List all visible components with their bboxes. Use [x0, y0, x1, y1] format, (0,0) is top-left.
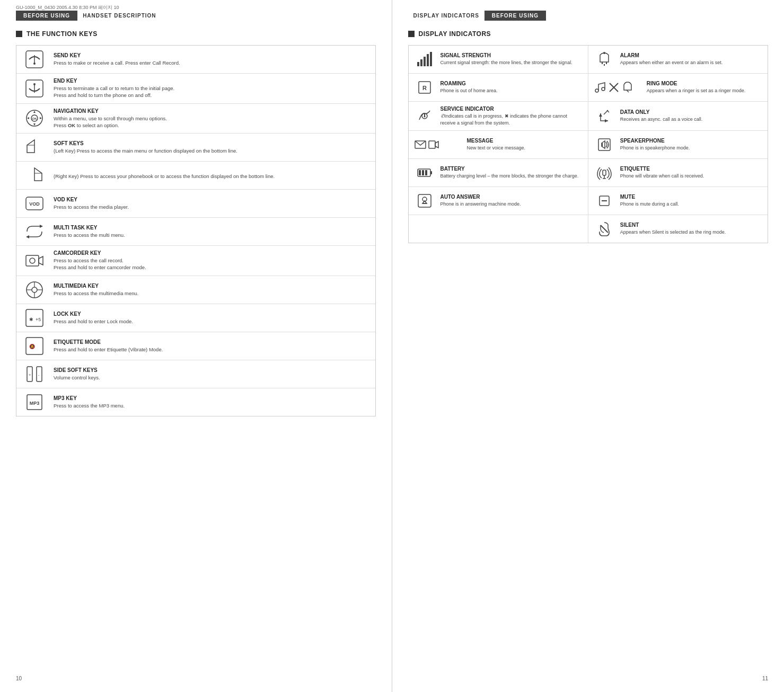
soft-key-left-desc: (Left Key) Press to access the main menu…	[54, 147, 370, 154]
svg-marker-10	[40, 117, 42, 119]
end-key-icon	[22, 79, 47, 98]
indicator-row-1: SIGNAL STRENGTH Current signal strength:…	[409, 46, 768, 74]
multimedia-key-info: MULTIMEDIA KEY Press to access the multi…	[54, 283, 370, 297]
svg-rect-41	[430, 52, 432, 66]
before-using-tag-right: BEFORE USING	[485, 11, 546, 21]
message-desc: New text or voice message.	[467, 145, 583, 152]
svg-rect-67	[430, 171, 432, 174]
mute-name: MUTE	[620, 194, 762, 200]
svg-point-55	[424, 116, 425, 118]
soft-key-left-name: SOFT KEYS	[54, 140, 370, 146]
page-number-right: 11	[762, 676, 768, 681]
roaming-desc: Phone is out of home area.	[441, 87, 583, 94]
svg-text:MP3: MP3	[30, 401, 40, 406]
alarm-info: ALARM Appears when either an event or an…	[620, 52, 762, 66]
send-key-icon	[22, 50, 47, 69]
indicator-row-7: SILENT Appears when Silent is selected a…	[409, 215, 768, 243]
speakerphone-desc: Phone is in speakerphone mode.	[620, 145, 762, 152]
silent-icon	[594, 221, 615, 237]
lock-key-item: ✱ +5 LOCK KEY Press and hold to enter Lo…	[16, 304, 375, 332]
message-info: MESSAGE New text or voice message.	[467, 138, 583, 152]
svg-text:VOD: VOD	[29, 201, 40, 207]
ring-mode-desc: Appears when a ringer is set as a ringer…	[647, 87, 762, 94]
nav-key-info: NAVIGATION KEY Within a menu, use to scr…	[54, 108, 370, 129]
soft-key-left-item: SOFT KEYS (Left Key) Press to access the…	[16, 134, 375, 162]
soft-key-left-icon	[22, 138, 47, 157]
vod-key-icon: VOD	[22, 194, 47, 213]
indicator-row-5: BATTERY Battery charging level – the mor…	[409, 159, 768, 187]
right-header: DISPLAY INDICATORS BEFORE USING	[408, 11, 769, 21]
send-key-desc: Press to make or receive a call. Press e…	[54, 59, 370, 66]
svg-marker-57	[605, 119, 608, 122]
lock-key-name: LOCK KEY	[54, 311, 370, 317]
multimedia-key-desc: Press to access the multimedia menu.	[54, 290, 370, 297]
etiquette-key-icon: 🔕	[22, 336, 47, 356]
camcorder-key-item: CAMCORDER KEY Press to access the call r…	[16, 246, 375, 276]
nav-key-desc: Within a menu, use to scroll through men…	[54, 115, 370, 129]
svg-marker-7	[33, 111, 36, 113]
mute-icon	[594, 193, 615, 209]
page-number-left: 10	[16, 676, 22, 681]
svg-rect-40	[427, 54, 429, 66]
auto-answer-info: AUTO ANSWER Phone is in answering machin…	[441, 194, 583, 208]
svg-marker-19	[39, 256, 43, 265]
etiquette-ind-desc: Phone will vibrate when call is received…	[620, 173, 762, 180]
camcorder-key-desc: Press to access the call record.Press an…	[54, 257, 370, 271]
before-using-tag-left: BEFORE USING	[16, 11, 77, 21]
multitask-key-icon	[22, 222, 47, 241]
svg-marker-62	[435, 141, 438, 148]
mp3-key-item: MP3 MP3 KEY Press to access the MP3 menu…	[16, 388, 375, 416]
speakerphone-icon	[594, 137, 615, 153]
mp3-key-icon: MP3	[22, 393, 47, 412]
svg-rect-17	[26, 255, 39, 266]
etiquette-mode-name: ETIQUETTE MODE	[54, 339, 370, 345]
svg-rect-39	[424, 57, 426, 66]
signal-strength-icon	[414, 51, 435, 67]
multitask-key-name: MULTI TASK KEY	[54, 225, 370, 230]
etiquette-ind-name: ETIQUETTE	[620, 166, 762, 172]
silent-info: SILENT Appears when Silent is selected a…	[620, 222, 762, 236]
soft-key-right-icon	[22, 166, 47, 185]
side-soft-key-icon: + -	[22, 365, 47, 384]
battery-cell: BATTERY Battery charging level – the mor…	[409, 159, 588, 187]
multimedia-key-name: MULTIMEDIA KEY	[54, 283, 370, 289]
send-key-item: SEND KEY Press to make or receive a call…	[16, 46, 375, 74]
auto-answer-desc: Phone is in answering machine mode.	[441, 201, 583, 208]
message-icon-group	[414, 138, 462, 151]
auto-answer-cell: AUTO ANSWER Phone is in answering machin…	[409, 187, 588, 215]
mp3-key-desc: Press to access the MP3 menu.	[54, 402, 370, 409]
multimedia-key-icon	[22, 280, 47, 299]
ring-mode-cell: RING MODE Appears when a ringer is set a…	[588, 74, 768, 101]
data-only-icon	[594, 108, 615, 124]
alarm-desc: Appears when either an event or an alarm…	[620, 59, 762, 66]
left-header: BEFORE USING HANDSET DESCRIPTION	[16, 11, 376, 21]
indicators-grid: SIGNAL STRENGTH Current signal strength:…	[408, 45, 769, 243]
data-only-desc: Receives an async. call as a voice call.	[620, 116, 762, 123]
service-indicator-icon	[414, 108, 435, 124]
svg-point-45	[603, 52, 605, 54]
indicator-row-2: R ROAMING Phone is out of home area.	[409, 74, 768, 102]
silent-name: SILENT	[620, 222, 762, 228]
signal-strength-name: SIGNAL STRENGTH	[441, 52, 583, 58]
roaming-cell: R ROAMING Phone is out of home area.	[409, 74, 588, 101]
signal-strength-info: SIGNAL STRENGTH Current signal strength:…	[441, 52, 583, 66]
battery-icon	[414, 165, 435, 181]
svg-marker-15	[40, 225, 43, 228]
etiquette-ind-icon	[594, 165, 615, 181]
empty-cell	[409, 215, 588, 243]
camcorder-key-icon	[22, 251, 47, 270]
doc-id: GU-1000_M_0430 2005.4.30 8:30 PM 페이지 10	[16, 4, 119, 11]
roaming-icon: R	[414, 79, 435, 95]
display-indicators-subtitle: DISPLAY INDICATORS	[413, 13, 479, 19]
service-indicator-info: SERVICE INDICATOR ✆Indicates call is in …	[441, 106, 583, 126]
svg-point-3	[33, 83, 36, 85]
function-keys-title: THE FUNCTION KEYS	[16, 30, 376, 38]
end-key-info: END KEY Press to terminate a call or to …	[54, 78, 370, 99]
side-soft-key-name: SIDE SOFT KEYS	[54, 367, 370, 373]
vod-key-info: VOD KEY Press to access the media player…	[54, 197, 370, 210]
svg-text:+5: +5	[36, 317, 41, 322]
mp3-key-info: MP3 KEY Press to access the MP3 menu.	[54, 395, 370, 409]
silent-desc: Appears when Silent is selected as the r…	[620, 229, 762, 236]
mute-desc: Phone is mute during a call.	[620, 201, 762, 208]
left-page: GU-1000_M_0430 2005.4.30 8:30 PM 페이지 10 …	[0, 0, 392, 692]
